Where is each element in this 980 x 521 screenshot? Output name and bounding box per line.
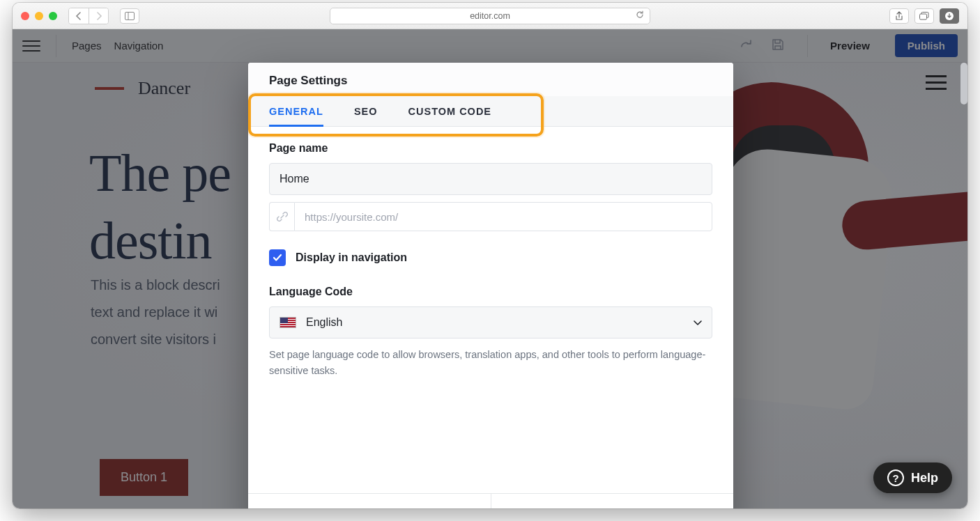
share-button[interactable] [889, 8, 909, 24]
share-icon [895, 11, 903, 21]
chevron-down-icon [694, 316, 702, 329]
help-icon: ? [887, 469, 904, 486]
tabs-button[interactable] [914, 8, 934, 24]
sidebar-toggle-button[interactable] [120, 8, 139, 24]
tab-seo[interactable]: SEO [354, 96, 378, 126]
nav-buttons [68, 8, 109, 24]
svg-rect-3 [920, 14, 927, 20]
language-help-text: Set page language code to allow browsers… [269, 347, 712, 379]
svg-rect-0 [125, 12, 135, 20]
url-text: editor.com [470, 11, 510, 21]
modal-body: Page name Home https://yoursite.com/ [248, 127, 733, 493]
language-value: English [306, 316, 342, 329]
window-controls [21, 12, 57, 20]
help-button[interactable]: ? Help [873, 462, 952, 493]
help-label: Help [911, 471, 938, 485]
page-name-value: Home [280, 173, 309, 185]
chevron-left-icon [75, 12, 82, 20]
close-window-button[interactable] [21, 12, 29, 20]
display-nav-row: Display in navigation [269, 249, 712, 266]
display-nav-label: Display in navigation [296, 251, 407, 264]
flag-us-icon [280, 317, 296, 328]
tab-general[interactable]: GENERAL [269, 96, 323, 127]
check-icon [273, 254, 282, 262]
reload-button[interactable] [636, 10, 644, 21]
scrollbar-thumb[interactable] [960, 63, 967, 104]
browser-window: editor.com Pages [13, 3, 967, 508]
tab-custom-code[interactable]: CUSTOM CODE [408, 96, 492, 126]
downloads-button[interactable] [940, 8, 959, 24]
modal-title: Page Settings [248, 63, 733, 96]
modal-tabs: GENERAL SEO CUSTOM CODE [248, 96, 733, 127]
address-bar[interactable]: editor.com [330, 8, 650, 24]
sidebar-icon [125, 12, 135, 20]
page-settings-modal: Page Settings GENERAL SEO CUSTOM CODE Pa… [248, 63, 733, 508]
forward-button[interactable] [89, 8, 108, 24]
maximize-window-button[interactable] [49, 12, 57, 20]
display-nav-checkbox[interactable] [269, 249, 286, 266]
download-icon [944, 11, 954, 21]
page-name-label: Page name [269, 142, 712, 155]
back-button[interactable] [69, 8, 89, 24]
page-url-placeholder: https://yoursite.com/ [305, 211, 398, 223]
page-url-input[interactable]: https://yoursite.com/ [294, 202, 712, 231]
language-select[interactable]: English [269, 306, 712, 339]
cancel-button[interactable]: Cancel [491, 494, 734, 508]
chevron-right-icon [95, 12, 102, 20]
link-icon [269, 202, 294, 231]
browser-chrome: editor.com [13, 3, 967, 29]
page-url-row: https://yoursite.com/ [269, 202, 712, 231]
language-label: Language Code [269, 286, 712, 298]
tabs-icon [919, 12, 929, 20]
reload-icon [636, 10, 644, 19]
page-name-input[interactable]: Home [269, 163, 712, 195]
app-area: Pages Navigation Preview Publish [13, 29, 967, 508]
modal-footer: Submit Cancel [248, 493, 733, 508]
minimize-window-button[interactable] [35, 12, 43, 20]
submit-button[interactable]: Submit [248, 494, 491, 508]
